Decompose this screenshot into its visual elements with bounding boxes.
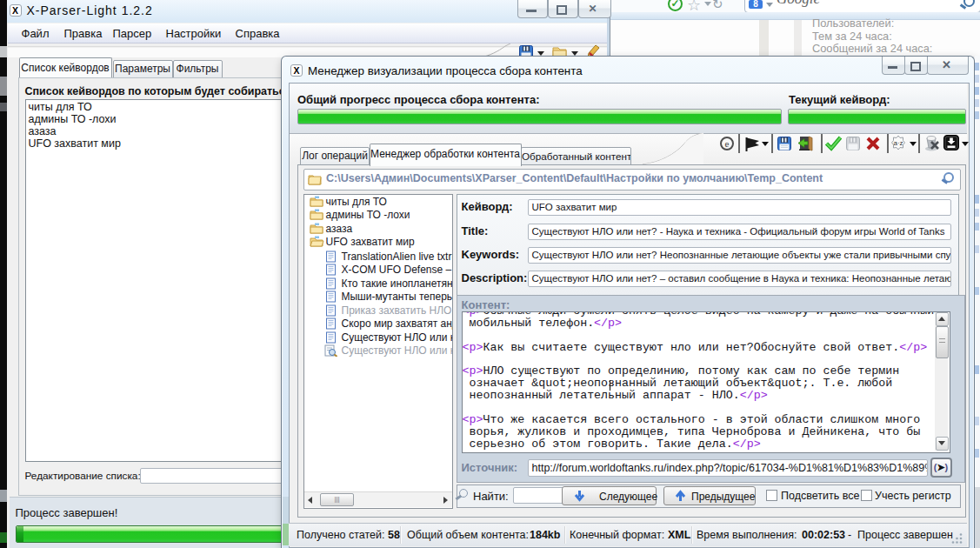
svg-text:a·z: a·z bbox=[893, 139, 903, 147]
